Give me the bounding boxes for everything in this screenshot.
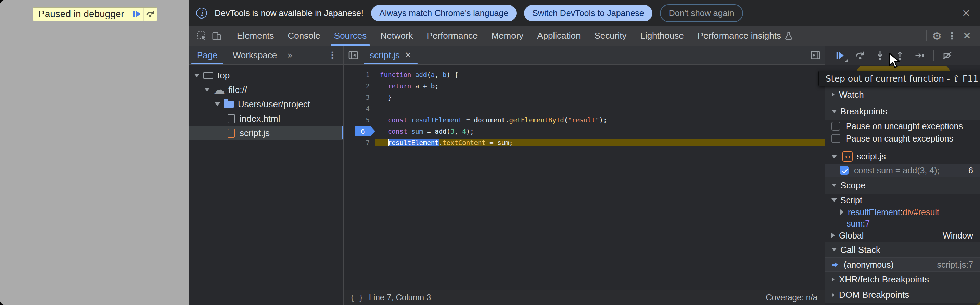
tab-performance-insights[interactable]: Performance insights: [691, 26, 800, 46]
breakpoint-marker[interactable]: 6: [355, 126, 375, 136]
code-line-execution[interactable]: 7 resultElement.textContent = sum;: [344, 137, 825, 148]
paused-label: Paused in debugger: [33, 8, 130, 21]
infobar-message: DevTools is now available in Japanese!: [215, 8, 364, 18]
editor-tabbar: script.js ✕: [344, 46, 825, 65]
watch-section-header[interactable]: Watch: [825, 86, 980, 104]
more-options-kebab-icon[interactable]: ⋮: [944, 29, 959, 43]
tree-item-top[interactable]: top: [189, 68, 343, 83]
current-frame-arrow-icon: [832, 260, 840, 269]
code-line[interactable]: 4: [344, 103, 825, 114]
pause-caught-checkbox[interactable]: [832, 134, 840, 143]
caret-down-icon: [204, 88, 210, 91]
tab-close-icon[interactable]: ✕: [405, 50, 412, 60]
xhr-breakpoints-section-header[interactable]: XHR/fetch Breakpoints: [825, 271, 980, 287]
more-tabs-icon[interactable]: »: [285, 50, 295, 60]
code-line[interactable]: 3 }: [344, 91, 825, 103]
navigator-tab-page[interactable]: Page: [189, 46, 225, 64]
switch-japanese-button[interactable]: Switch DevTools to Japanese: [524, 5, 652, 21]
call-stack-frame[interactable]: (anonymous) script.js:7: [825, 258, 980, 271]
pretty-print-icon[interactable]: { }: [344, 293, 369, 302]
hide-navigator-icon[interactable]: [344, 46, 363, 64]
settings-gear-icon[interactable]: ⚙: [929, 29, 944, 43]
code-line-breakpoint[interactable]: 6 const sum = add(3, 4);: [344, 125, 825, 137]
breakpoint-checkbox[interactable]: [840, 166, 848, 175]
step-over-button[interactable]: [851, 48, 869, 63]
device-toolbar-icon[interactable]: [209, 29, 224, 43]
step-icon: [915, 50, 925, 61]
resume-icon: [835, 50, 845, 61]
tab-performance[interactable]: Performance: [420, 26, 485, 46]
tab-security[interactable]: Security: [588, 26, 633, 46]
caret-down-icon: [215, 102, 220, 106]
infobar-close-icon[interactable]: ✕: [960, 7, 972, 19]
scope-script-row[interactable]: Script: [825, 194, 980, 206]
cloud-icon: ☁: [213, 86, 225, 93]
step-out-tooltip: Step out of current function - ⇧ F11 - ⌘…: [818, 70, 980, 86]
call-stack-section-header[interactable]: Call Stack: [825, 242, 980, 258]
resume-script-button[interactable]: [130, 8, 143, 21]
scope-var-sum[interactable]: sum: 7: [825, 218, 980, 229]
line-number[interactable]: 7: [344, 139, 375, 146]
dom-breakpoints-section-header[interactable]: DOM Breakpoints: [825, 287, 980, 303]
scope-var-resultElement[interactable]: resultElement: div#result: [825, 206, 980, 218]
tab-lighthouse[interactable]: Lighthouse: [633, 26, 690, 46]
tree-item-file-origin[interactable]: ☁ file://: [189, 83, 343, 97]
step-button[interactable]: [911, 48, 929, 63]
step-into-icon: [875, 50, 885, 61]
scope-global-row[interactable]: Global Window: [825, 229, 980, 242]
tree-item-project-folder[interactable]: Users/user/project: [189, 97, 343, 111]
match-language-button[interactable]: Always match Chrome's language: [371, 5, 517, 21]
tab-application[interactable]: Application: [530, 26, 587, 46]
caret-right-icon: [840, 209, 844, 215]
hide-debugger-sidebar-icon[interactable]: [806, 46, 825, 64]
tab-console[interactable]: Console: [281, 26, 327, 46]
inspect-element-icon[interactable]: [194, 29, 209, 43]
scope-section-header[interactable]: Scope: [825, 177, 980, 194]
devtools-close-icon[interactable]: ✕: [959, 29, 975, 43]
line-number[interactable]: 1: [344, 71, 375, 78]
step-over-icon: [146, 10, 155, 18]
caret-down-icon: [194, 74, 200, 77]
tab-network[interactable]: Network: [374, 26, 420, 46]
frame-location: script.js:7: [937, 260, 980, 270]
code-line[interactable]: 1 function add(a, b) {: [344, 69, 825, 80]
editor-pane: script.js ✕ 1 function add(a, b) { 2 ret…: [344, 46, 825, 305]
tree-item-script-js[interactable]: script.js: [189, 126, 343, 140]
tab-memory[interactable]: Memory: [484, 26, 530, 46]
source-code-editor[interactable]: 1 function add(a, b) { 2 return a + b; 3…: [344, 65, 825, 289]
line-number[interactable]: 3: [344, 94, 375, 101]
devtools-tabbar: Elements Console Sources Network Perform…: [189, 26, 980, 46]
js-file-icon: [228, 129, 235, 138]
caret-down-icon: [832, 248, 837, 251]
pause-on-caught-row[interactable]: Pause on caught exceptions: [825, 132, 980, 145]
tab-sources[interactable]: Sources: [327, 26, 374, 46]
pause-on-uncaught-row[interactable]: Pause on uncaught exceptions: [825, 120, 980, 132]
code-line[interactable]: 2 return a + b;: [344, 80, 825, 91]
navigator-kebab-icon[interactable]: ⋮: [328, 50, 343, 61]
experiment-flask-icon: [784, 32, 793, 40]
coverage-status: Coverage: n/a: [766, 293, 825, 302]
step-into-button[interactable]: [871, 48, 889, 63]
tree-item-index-html[interactable]: index.html: [189, 111, 343, 126]
breakpoints-section-header[interactable]: Breakpoints: [825, 104, 980, 120]
breakpoint-entry[interactable]: const sum = add(3, 4); 6: [825, 164, 980, 177]
file-tree: top ☁ file:// Users/user/project index.h…: [189, 65, 343, 305]
line-number[interactable]: 2: [344, 82, 375, 90]
deactivate-breakpoints-button[interactable]: [939, 48, 956, 63]
paused-in-debugger-badge: Paused in debugger: [32, 7, 158, 21]
selected-token: resultElement: [388, 139, 439, 146]
pause-uncaught-checkbox[interactable]: [832, 122, 840, 131]
tab-elements[interactable]: Elements: [230, 26, 281, 46]
step-over-button[interactable]: [143, 8, 157, 21]
divider: [926, 30, 927, 42]
js-source-icon: ‹›: [842, 152, 853, 162]
line-number[interactable]: 4: [344, 105, 375, 112]
navigator-tab-workspace[interactable]: Workspace: [225, 46, 285, 64]
code-line[interactable]: 5 const resultElement = document.getElem…: [344, 114, 825, 125]
resume-button[interactable]: [832, 48, 849, 63]
dont-show-again-button[interactable]: Don't show again: [660, 5, 743, 22]
breakpoint-file-group[interactable]: ‹› script.js: [825, 149, 980, 164]
tabbar-right-controls: ⚙ ⋮ ✕: [924, 29, 980, 43]
editor-tab-script-js[interactable]: script.js ✕: [363, 46, 418, 64]
line-number[interactable]: 5: [344, 116, 375, 124]
